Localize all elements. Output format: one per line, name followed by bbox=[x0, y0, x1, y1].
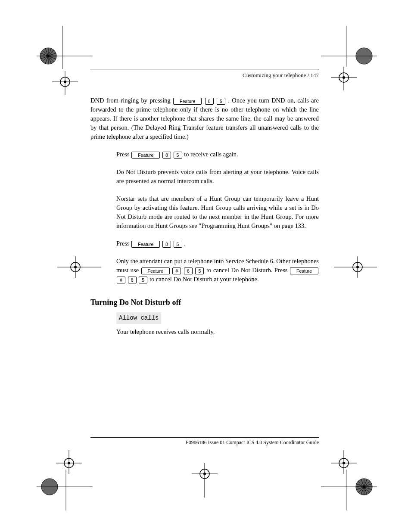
running-head: Customizing your telephone / 147 bbox=[90, 72, 319, 79]
page-content: Customizing your telephone / 147 DND fro… bbox=[90, 69, 319, 345]
key-feature: Feature bbox=[173, 98, 202, 105]
key-feature: Feature bbox=[131, 152, 160, 159]
key-5: 5 bbox=[174, 152, 182, 159]
svg-line-41 bbox=[361, 479, 367, 495]
paragraph-1a-text: DND from ringing by pressing bbox=[90, 97, 173, 104]
svg-point-49 bbox=[74, 266, 77, 268]
svg-line-36 bbox=[358, 481, 370, 492]
svg-point-53 bbox=[356, 266, 359, 268]
feature-description: Your telephone receives calls normally. bbox=[116, 327, 319, 336]
display-allow-calls: Allow calls bbox=[116, 312, 161, 324]
key-pound: # bbox=[117, 277, 125, 283]
svg-point-0 bbox=[40, 48, 56, 64]
crop-mark-bottom-right bbox=[317, 444, 390, 513]
svg-point-16 bbox=[339, 73, 349, 82]
key-feature: Feature bbox=[131, 241, 160, 248]
svg-line-5 bbox=[40, 53, 56, 59]
paragraph-2b-text: to receive calls again. bbox=[184, 151, 238, 158]
svg-point-48 bbox=[71, 262, 80, 272]
key-5: 5 bbox=[195, 268, 204, 274]
svg-line-38 bbox=[356, 484, 372, 490]
svg-line-6 bbox=[40, 53, 56, 59]
key-8: 8 bbox=[128, 277, 137, 283]
key-5: 5 bbox=[139, 277, 147, 283]
paragraph-5b-text: . bbox=[184, 240, 186, 247]
crop-mark-bottom-center bbox=[185, 461, 224, 500]
key-8: 8 bbox=[184, 268, 193, 274]
paragraph-2a-text: Press bbox=[116, 151, 131, 158]
paragraph-1: DND from ringing by pressing Feature 8 5… bbox=[90, 96, 319, 141]
key-feature: Feature bbox=[141, 268, 170, 274]
paragraph-6b-text: to cancel Do Not Disturb. Press bbox=[206, 267, 290, 274]
svg-point-10 bbox=[64, 81, 66, 83]
svg-point-9 bbox=[60, 77, 70, 87]
svg-line-7 bbox=[45, 48, 51, 64]
section-heading-dnd-off: Turning Do Not Disturb off bbox=[90, 297, 319, 308]
svg-point-43 bbox=[342, 462, 345, 464]
crop-mark-top-left bbox=[24, 26, 97, 95]
crop-mark-mid-right bbox=[332, 254, 383, 280]
footer-text: P0906186 Issue 01 Compact ICS 4.0 System… bbox=[90, 439, 319, 446]
svg-line-4 bbox=[43, 50, 54, 62]
crop-mark-top-right bbox=[317, 26, 390, 95]
svg-line-40 bbox=[361, 479, 367, 495]
svg-point-30 bbox=[203, 473, 206, 475]
key-8: 8 bbox=[162, 241, 171, 248]
paragraph-2: Press Feature 8 5 to receive calls again… bbox=[116, 150, 319, 159]
paragraph-5: Press Feature 8 5 . bbox=[116, 239, 319, 248]
svg-line-37 bbox=[358, 481, 370, 492]
key-8: 8 bbox=[162, 152, 171, 159]
svg-line-3 bbox=[43, 50, 54, 62]
key-8: 8 bbox=[205, 98, 214, 105]
svg-line-8 bbox=[45, 48, 51, 64]
paragraph-4: Norstar sets that are members of a Hunt … bbox=[116, 194, 319, 230]
svg-point-42 bbox=[339, 458, 349, 468]
key-pound: # bbox=[172, 268, 181, 274]
svg-point-52 bbox=[353, 262, 362, 272]
svg-point-24 bbox=[68, 462, 70, 464]
svg-line-39 bbox=[356, 484, 372, 490]
svg-point-15 bbox=[356, 48, 372, 64]
header-rule bbox=[90, 69, 319, 69]
svg-point-23 bbox=[64, 458, 74, 468]
crop-mark-bottom-left bbox=[24, 444, 97, 513]
svg-point-33 bbox=[356, 479, 372, 495]
paragraph-6c-text: to cancel Do Not Disturb at your telepho… bbox=[149, 276, 259, 283]
footer-rule bbox=[90, 437, 319, 438]
paragraph-5a-text: Press bbox=[116, 240, 131, 247]
paragraph-3: Do Not Disturb prevents voice calls from… bbox=[116, 168, 319, 186]
key-5: 5 bbox=[217, 98, 225, 105]
page-footer: P0906186 Issue 01 Compact ICS 4.0 System… bbox=[90, 437, 319, 446]
paragraph-6: Only the attendant can put a telephone i… bbox=[116, 257, 319, 284]
key-feature: Feature bbox=[290, 268, 318, 274]
svg-point-17 bbox=[342, 76, 345, 79]
svg-point-29 bbox=[200, 469, 209, 479]
svg-point-22 bbox=[41, 479, 58, 495]
key-5: 5 bbox=[174, 241, 182, 248]
